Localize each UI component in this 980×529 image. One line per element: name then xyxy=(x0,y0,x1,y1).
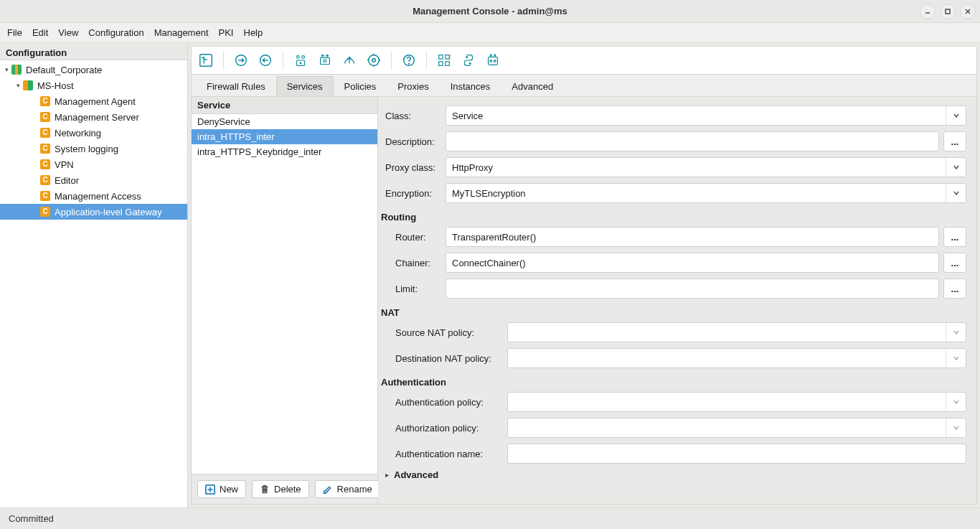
help-button[interactable] xyxy=(399,50,419,70)
tabstrip: Firewall Rules Services Policies Proxies… xyxy=(191,75,977,96)
encryption-combo[interactable]: MyTLSEncryption xyxy=(446,183,966,203)
host-icon xyxy=(23,80,33,90)
robot-button[interactable] xyxy=(483,50,503,70)
svg-point-16 xyxy=(409,63,410,64)
description-label: Description: xyxy=(380,136,446,147)
svg-rect-17 xyxy=(439,55,443,60)
rename-button[interactable]: Rename xyxy=(315,480,380,498)
tab-proxies[interactable]: Proxies xyxy=(387,76,439,96)
statusbar: Committed xyxy=(0,507,980,529)
encryption-value: MyTLSEncryption xyxy=(452,188,526,199)
menu-pki[interactable]: PKI xyxy=(219,27,234,38)
svg-point-25 xyxy=(494,60,496,62)
chevron-down-icon xyxy=(946,349,966,368)
services-list[interactable]: DenyService intra_HTTPS_inter intra_HTTP… xyxy=(192,114,377,474)
validate-button[interactable] xyxy=(291,50,311,70)
class-combo[interactable]: Service xyxy=(446,106,966,126)
services-list-pane: Service DenyService intra_HTTPS_inter in… xyxy=(192,97,378,504)
service-item[interactable]: intra_HTTPS_Keybridge_inter xyxy=(192,144,377,159)
refresh-config-button[interactable] xyxy=(364,50,384,70)
proxy-class-combo[interactable]: HttpProxy xyxy=(446,157,966,177)
config-tree[interactable]: ▾ Default_Corporate ▾ MS-Host C Manageme… xyxy=(0,60,187,507)
tree-item-management-agent[interactable]: C Management Agent xyxy=(0,93,187,109)
close-button[interactable] xyxy=(960,4,976,19)
svg-rect-4 xyxy=(200,55,212,67)
tree-item-editor[interactable]: C Editor xyxy=(0,172,187,188)
proxy-class-label: Proxy class: xyxy=(380,162,446,173)
menu-help[interactable]: Help xyxy=(244,27,263,38)
svg-rect-1 xyxy=(946,9,950,14)
new-button[interactable]: New xyxy=(197,480,246,498)
router-label: Router: xyxy=(380,232,446,243)
tree-item-vpn[interactable]: C VPN xyxy=(0,156,187,172)
commit-button[interactable] xyxy=(231,50,251,70)
description-more-button[interactable]: ... xyxy=(943,131,966,151)
svg-rect-9 xyxy=(297,60,305,65)
svg-point-14 xyxy=(372,59,376,62)
menu-view[interactable]: View xyxy=(58,27,78,38)
authz-policy-combo[interactable] xyxy=(507,418,966,438)
authz-policy-label: Authorization policy: xyxy=(380,423,507,434)
tab-instances[interactable]: Instances xyxy=(440,76,501,96)
component-icon: C xyxy=(40,191,50,201)
service-item[interactable]: intra_HTTPS_inter xyxy=(192,129,377,144)
tab-policies[interactable]: Policies xyxy=(334,76,387,96)
maximize-button[interactable] xyxy=(940,4,956,19)
snat-label: Source NAT policy: xyxy=(380,327,507,338)
svg-point-10 xyxy=(300,62,301,64)
menu-edit[interactable]: Edit xyxy=(32,27,48,38)
authn-name-label: Authentication name: xyxy=(380,449,507,459)
toolbar-separator xyxy=(283,51,283,70)
minimize-button[interactable] xyxy=(920,4,936,19)
tree-item-application-gateway[interactable]: C Application-level Gateway xyxy=(0,204,187,220)
sync-config-button[interactable] xyxy=(315,50,335,70)
authn-name-input[interactable] xyxy=(507,444,966,464)
tree-item-networking[interactable]: C Networking xyxy=(0,125,187,141)
chainer-input[interactable]: ConnectChainer() xyxy=(446,253,939,273)
trash-icon xyxy=(260,484,270,495)
dnat-combo[interactable] xyxy=(507,348,966,368)
component-icon: C xyxy=(40,207,50,217)
advanced-expander[interactable]: ▸ Advanced xyxy=(380,469,969,480)
tree-site[interactable]: ▾ Default_Corporate xyxy=(0,62,187,78)
nat-section-label: NAT xyxy=(380,304,969,322)
menu-file[interactable]: File xyxy=(7,27,22,38)
router-input[interactable]: TransparentRouter() xyxy=(446,227,939,247)
tab-advanced[interactable]: Advanced xyxy=(501,76,564,96)
svg-point-22 xyxy=(469,63,471,65)
tree-item-label: VPN xyxy=(53,159,74,170)
router-more-button[interactable]: ... xyxy=(943,227,966,247)
revert-button[interactable] xyxy=(255,50,275,70)
menu-configuration[interactable]: Configuration xyxy=(88,27,143,38)
limit-input[interactable] xyxy=(446,278,939,299)
scripting-button[interactable] xyxy=(458,50,479,70)
router-value: TransparentRouter() xyxy=(452,232,536,243)
svg-point-24 xyxy=(490,60,492,62)
svg-rect-20 xyxy=(446,62,450,66)
delete-button[interactable]: Delete xyxy=(252,480,309,498)
tree-host[interactable]: ▾ MS-Host xyxy=(0,78,187,93)
svg-point-8 xyxy=(302,56,305,59)
svg-point-7 xyxy=(297,56,300,59)
tree-item-label: Management Access xyxy=(53,191,141,202)
authn-policy-combo[interactable] xyxy=(507,392,966,412)
chainer-more-button[interactable]: ... xyxy=(943,253,966,273)
tree-item-label: Management Server xyxy=(53,112,139,123)
plus-icon xyxy=(205,484,215,495)
component-icon: C xyxy=(40,128,50,138)
component-icon: C xyxy=(40,112,50,122)
tab-firewall-rules[interactable]: Firewall Rules xyxy=(196,76,276,96)
tree-item-management-server[interactable]: C Management Server xyxy=(0,109,187,125)
tab-services[interactable]: Services xyxy=(276,76,334,96)
tree-item-management-access[interactable]: C Management Access xyxy=(0,188,187,204)
limit-more-button[interactable]: ... xyxy=(943,278,966,299)
view-hierarchy-button[interactable] xyxy=(196,50,216,70)
tree-item-system-logging[interactable]: C System logging xyxy=(0,141,187,156)
upload-button[interactable] xyxy=(339,50,359,70)
modules-button[interactable] xyxy=(434,50,454,70)
snat-combo[interactable] xyxy=(507,322,966,342)
service-item[interactable]: DenyService xyxy=(192,114,377,129)
description-input[interactable] xyxy=(446,131,939,151)
menu-management[interactable]: Management xyxy=(154,27,209,38)
proxy-class-value: HttpProxy xyxy=(452,162,493,173)
